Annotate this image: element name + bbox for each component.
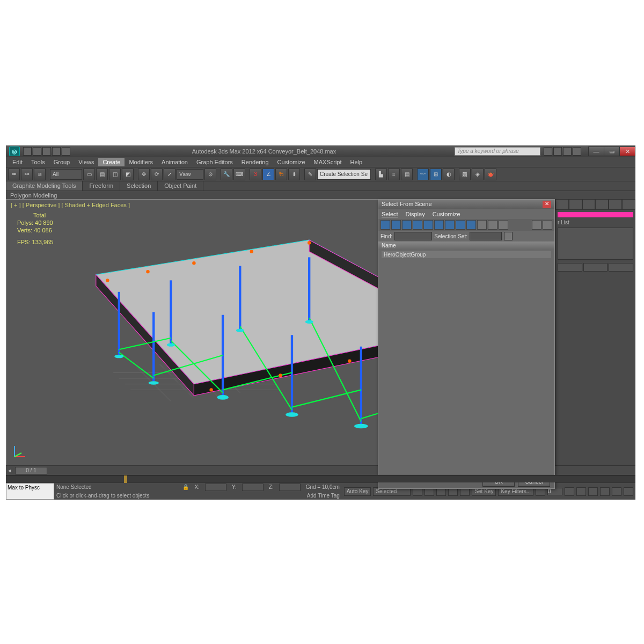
list-item-label[interactable]: HeroObjectGroup xyxy=(384,252,426,258)
help-search-input[interactable]: Type a keyword or phrase xyxy=(455,147,540,156)
panel-btn-3[interactable] xyxy=(609,263,633,272)
app-logo-icon[interactable]: ◎ xyxy=(9,147,20,156)
ref-coord-dropdown[interactable]: View xyxy=(177,169,203,180)
menu-help[interactable]: Help xyxy=(346,158,367,166)
named-selection-dropdown[interactable]: Create Selection Se xyxy=(317,169,371,180)
pan-icon[interactable] xyxy=(600,487,610,496)
layer-list[interactable] xyxy=(558,228,633,260)
ribbon-tab-selection[interactable]: Selection xyxy=(120,181,158,191)
dialog-menu-customize[interactable]: Customize xyxy=(433,211,460,217)
zoom-extents-icon[interactable] xyxy=(576,487,586,496)
move-icon[interactable]: ✥ xyxy=(138,169,150,180)
keyboard-shortcut-icon[interactable]: ⌨ xyxy=(233,169,245,180)
material-editor-icon[interactable]: ◐ xyxy=(443,169,455,180)
utilities-tab-icon[interactable] xyxy=(622,199,635,210)
pivot-icon[interactable]: ⊙ xyxy=(204,169,216,180)
menu-edit[interactable]: Edit xyxy=(8,158,27,166)
maximize-viewport-icon[interactable] xyxy=(624,487,633,496)
maximize-button[interactable]: ▭ xyxy=(604,147,620,156)
filter-geometry-icon[interactable] xyxy=(380,220,390,230)
lock-icon[interactable]: 🔒 xyxy=(182,484,189,490)
coord-x-input[interactable] xyxy=(205,484,226,491)
menu-customize[interactable]: Customize xyxy=(273,158,310,166)
dialog-titlebar[interactable]: Select From Scene ✕ xyxy=(378,200,554,209)
motion-tab-icon[interactable] xyxy=(595,199,609,210)
select-manipulate-icon[interactable]: 🔧 xyxy=(221,169,232,180)
orbit-icon[interactable] xyxy=(612,487,621,496)
redo-icon[interactable] xyxy=(62,147,70,156)
track-bar[interactable] xyxy=(6,475,635,482)
new-icon[interactable] xyxy=(23,147,32,156)
find-input[interactable] xyxy=(394,232,432,240)
curve-editor-icon[interactable]: 〰 xyxy=(417,169,429,180)
filter-cameras-icon[interactable] xyxy=(413,220,422,230)
selection-set-input[interactable] xyxy=(470,232,502,240)
filter-all-icon[interactable] xyxy=(477,220,487,230)
zoom-icon[interactable] xyxy=(588,487,598,496)
filter-lights-icon[interactable] xyxy=(402,220,412,230)
dialog-close-icon[interactable]: ✕ xyxy=(543,201,551,208)
ribbon-tab-freeform[interactable]: Freeform xyxy=(83,181,120,191)
render-production-icon[interactable]: 🫖 xyxy=(485,169,496,180)
bind-spacewarp-icon[interactable]: ≋ xyxy=(34,169,46,180)
signin-icon[interactable] xyxy=(563,147,572,156)
angle-snap-icon[interactable]: ∠ xyxy=(262,169,274,180)
close-button[interactable]: ✕ xyxy=(619,147,635,156)
filter-bones-icon[interactable] xyxy=(466,220,476,230)
open-icon[interactable] xyxy=(33,147,41,156)
rotate-icon[interactable]: ⟳ xyxy=(151,169,163,180)
filter-helpers-icon[interactable] xyxy=(423,220,433,230)
selection-filter-dropdown[interactable]: All xyxy=(50,169,82,180)
filter-none-icon[interactable] xyxy=(488,220,497,230)
menu-group[interactable]: Group xyxy=(49,158,75,166)
menu-maxscript[interactable]: MAXScript xyxy=(310,158,346,166)
help-icon[interactable] xyxy=(573,147,581,156)
menu-views[interactable]: Views xyxy=(74,158,98,166)
coord-z-input[interactable] xyxy=(279,484,301,491)
binoculars-icon[interactable] xyxy=(544,147,552,156)
scale-icon[interactable]: ⤢ xyxy=(164,169,175,180)
time-config-icon[interactable] xyxy=(565,487,574,496)
hierarchy-tab-icon[interactable] xyxy=(582,199,596,210)
selset-btn-icon[interactable] xyxy=(504,232,513,240)
edit-named-sel-icon[interactable]: ✎ xyxy=(304,169,316,180)
filter-shapes-icon[interactable] xyxy=(391,220,401,230)
unlink-icon[interactable]: ⚯ xyxy=(21,169,33,180)
star-icon[interactable] xyxy=(553,147,562,156)
select-by-name-icon[interactable]: ▤ xyxy=(96,169,108,180)
menu-modifiers[interactable]: Modifiers xyxy=(125,158,157,166)
ribbon-tab-graphite[interactable]: Graphite Modeling Tools xyxy=(6,181,83,191)
dialog-menu-display[interactable]: Display xyxy=(406,211,425,217)
menu-grapheditors[interactable]: Graph Editors xyxy=(192,158,237,166)
rendered-frame-icon[interactable]: ◈ xyxy=(472,169,484,180)
filter-invert-icon[interactable] xyxy=(499,220,508,230)
menu-tools[interactable]: Tools xyxy=(27,158,49,166)
undo-icon[interactable] xyxy=(52,147,61,156)
filter-groups-icon[interactable] xyxy=(445,220,455,230)
add-time-tag[interactable]: Add Time Tag xyxy=(307,493,340,499)
mirror-icon[interactable]: ▙ xyxy=(375,169,387,180)
view-tree-icon[interactable] xyxy=(543,220,552,230)
menu-animation[interactable]: Animation xyxy=(157,158,192,166)
snap-3d-icon[interactable]: 3 xyxy=(250,169,261,180)
minimize-button[interactable]: — xyxy=(588,147,604,156)
color-swatch[interactable] xyxy=(558,212,633,217)
save-icon[interactable] xyxy=(42,147,51,156)
render-setup-icon[interactable]: 🖼 xyxy=(459,169,471,180)
dialog-column-header[interactable]: Name xyxy=(378,241,554,250)
panel-btn-2[interactable] xyxy=(583,263,608,272)
create-tab-icon[interactable] xyxy=(555,199,569,210)
select-object-icon[interactable]: ▭ xyxy=(83,169,95,180)
time-slider-thumb[interactable]: 0 / 1 xyxy=(15,467,47,474)
select-link-icon[interactable]: ⚮ xyxy=(8,169,20,180)
ribbon-tab-objectpaint[interactable]: Object Paint xyxy=(158,181,203,191)
menu-rendering[interactable]: Rendering xyxy=(237,158,273,166)
coord-y-input[interactable] xyxy=(242,484,264,491)
layer-manager-icon[interactable]: ▤ xyxy=(401,169,413,180)
window-crossing-icon[interactable]: ◩ xyxy=(122,169,134,180)
display-tab-icon[interactable] xyxy=(609,199,622,210)
schematic-view-icon[interactable]: ⊞ xyxy=(430,169,442,180)
timeline-key-marker[interactable] xyxy=(124,475,127,483)
dialog-menu-select[interactable]: Select xyxy=(382,211,398,217)
select-region-icon[interactable]: ◫ xyxy=(109,169,121,180)
